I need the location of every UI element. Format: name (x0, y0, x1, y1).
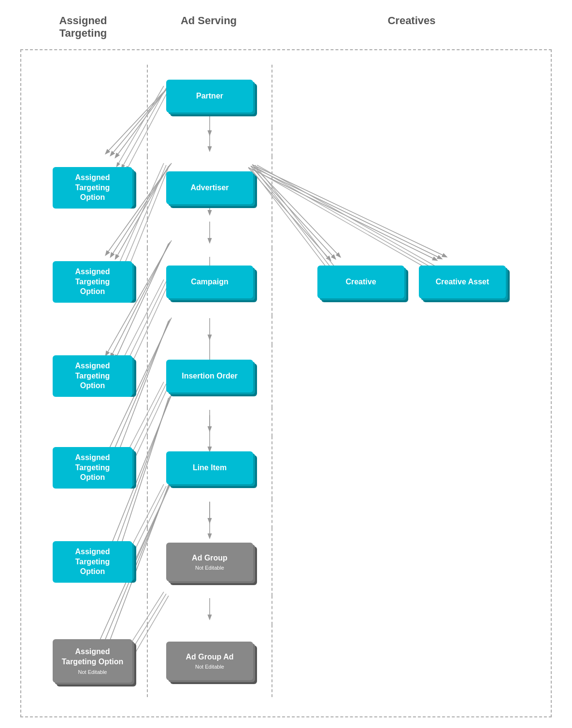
cell-advertiser: Advertiser (147, 156, 272, 219)
creative-asset-box[interactable]: Creative Asset (419, 266, 506, 298)
cell-adgroup: Ad Group Not Editable (147, 528, 272, 596)
adgroupad-sublabel: Not Editable (195, 664, 224, 670)
campaign-box[interactable]: Campaign (166, 266, 253, 298)
cell-empty-r4 (272, 345, 551, 407)
adgroupad-label: Ad Group Ad (186, 652, 234, 662)
creative-box[interactable]: Creative (317, 266, 404, 298)
ato-io-label: Assigned Targeting Option (75, 453, 110, 483)
header-assigned-targeting: Assigned Targeting (20, 10, 146, 44)
creative-asset-node: Creative Asset (419, 266, 506, 298)
mid-connector-2 (147, 219, 272, 248)
spacer-1r (272, 127, 551, 156)
ato-partner-label: Assigned Targeting Option (75, 173, 110, 203)
down-arrow-1 (205, 130, 214, 154)
cell-empty-1 (21, 65, 147, 127)
ato-partner-node: Assigned Targeting Option (53, 167, 132, 209)
ato-adgroup-label: Assigned Targeting Option (62, 647, 124, 667)
mid-connector-5 (147, 499, 272, 528)
ato-li-box[interactable]: Assigned Targeting Option (53, 541, 132, 583)
header-ad-serving: Ad Serving (146, 10, 272, 44)
creative-asset-label: Creative Asset (436, 277, 489, 287)
cell-empty-r7 (272, 625, 551, 697)
ato-adgroup-sublabel: Not Editable (78, 669, 107, 675)
down-arrow-4 (205, 410, 214, 434)
content-grid: Partner Assigned Targeting Option (21, 65, 551, 697)
cell-partner: Partner (147, 65, 272, 127)
lineitem-node: Line Item (166, 451, 253, 484)
cell-lineitem: Line Item (147, 436, 272, 499)
creative-node: Creative (317, 266, 404, 298)
cell-empty-r5 (272, 436, 551, 499)
spacer-1l (21, 127, 147, 156)
io-label: Insertion Order (182, 371, 238, 381)
cell-ato-partner: Assigned Targeting Option (21, 156, 147, 219)
io-box[interactable]: Insertion Order (166, 360, 253, 392)
ato-campaign-node: Assigned Targeting Option (53, 355, 132, 397)
cell-adgroupad: Ad Group Ad Not Editable (147, 625, 272, 697)
column-headers: Assigned Targeting Ad Serving Creatives (20, 10, 552, 44)
mid-connector-6 (147, 596, 272, 625)
spacer-2r (272, 219, 551, 248)
campaign-label: Campaign (191, 277, 228, 287)
ato-advertiser-label: Assigned Targeting Option (75, 267, 110, 297)
advertiser-box[interactable]: Advertiser (166, 171, 253, 204)
ato-campaign-box[interactable]: Assigned Targeting Option (53, 355, 132, 397)
cell-io: Insertion Order (147, 345, 272, 407)
spacer-3l (21, 316, 147, 345)
cell-creatives-row: Creative Creative Asset (272, 248, 551, 316)
cell-ato-li: Assigned Targeting Option (21, 528, 147, 596)
lineitem-box[interactable]: Line Item (166, 451, 253, 484)
spacer-5l (21, 499, 147, 528)
ato-li-label: Assigned Targeting Option (75, 547, 110, 577)
adgroup-box[interactable]: Ad Group Not Editable (166, 543, 253, 581)
ato-advertiser-box[interactable]: Assigned Targeting Option (53, 261, 132, 303)
spacer-4l (21, 407, 147, 436)
cell-empty-r1 (272, 65, 551, 127)
mid-connector-1 (147, 127, 272, 156)
spacer-6l (21, 596, 147, 625)
mid-connector-3 (147, 316, 272, 345)
cell-ato-io: Assigned Targeting Option (21, 436, 147, 499)
spacer-3r (272, 316, 551, 345)
down-arrow-6 (205, 598, 214, 622)
down-arrow-2 (205, 222, 214, 246)
io-node: Insertion Order (166, 360, 253, 392)
adgroup-label: Ad Group (192, 553, 228, 563)
advertiser-node: Advertiser (166, 171, 253, 204)
campaign-node: Campaign (166, 266, 253, 298)
adgroupad-node: Ad Group Ad Not Editable (166, 642, 253, 680)
spacer-2l (21, 219, 147, 248)
spacer-5r (272, 499, 551, 528)
creative-label: Creative (345, 277, 376, 287)
ato-io-box[interactable]: Assigned Targeting Option (53, 447, 132, 489)
ato-advertiser-node: Assigned Targeting Option (53, 261, 132, 303)
adgroupad-box[interactable]: Ad Group Ad Not Editable (166, 642, 253, 680)
cell-empty-r2 (272, 156, 551, 219)
cell-ato-advertiser: Assigned Targeting Option (21, 248, 147, 316)
ato-li-node: Assigned Targeting Option (53, 541, 132, 583)
down-arrow-3 (205, 318, 214, 342)
ato-campaign-label: Assigned Targeting Option (75, 361, 110, 391)
spacer-4r (272, 407, 551, 436)
diagram-container: Assigned Targeting Ad Serving Creatives (20, 10, 552, 717)
header-creatives: Creatives (272, 10, 552, 44)
cell-empty-r6 (272, 528, 551, 596)
partner-box[interactable]: Partner (166, 80, 253, 112)
advertiser-label: Advertiser (190, 183, 229, 193)
partner-node: Partner (166, 80, 253, 112)
ato-adgroup-box[interactable]: Assigned Targeting Option Not Editable (53, 639, 132, 683)
down-arrow-5 (205, 502, 214, 526)
cell-ato-campaign: Assigned Targeting Option (21, 345, 147, 407)
adgroup-sublabel: Not Editable (195, 565, 224, 571)
lineitem-label: Line Item (193, 463, 227, 473)
cell-campaign: Campaign (147, 248, 272, 316)
ato-partner-box[interactable]: Assigned Targeting Option (53, 167, 132, 209)
spacer-6r (272, 596, 551, 625)
cell-ato-adgroup: Assigned Targeting Option Not Editable (21, 625, 147, 697)
ato-io-node: Assigned Targeting Option (53, 447, 132, 489)
adgroup-node: Ad Group Not Editable (166, 543, 253, 581)
partner-label: Partner (196, 91, 223, 101)
main-area: Partner Assigned Targeting Option (20, 49, 552, 717)
ato-adgroup-node: Assigned Targeting Option Not Editable (53, 639, 132, 683)
mid-connector-4 (147, 407, 272, 436)
